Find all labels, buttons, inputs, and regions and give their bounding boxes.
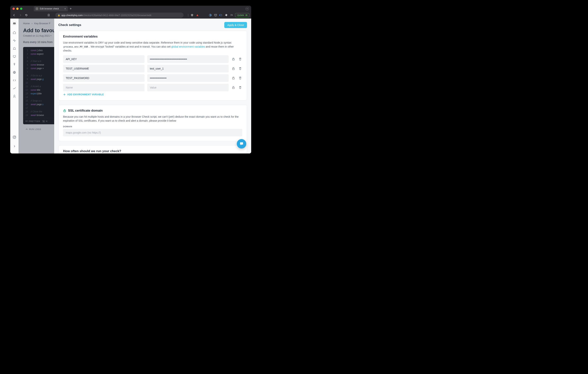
svg-rect-1: [220, 14, 222, 16]
ssl-card: SSL certificate domain Because you can h…: [58, 105, 247, 141]
tab-close-icon[interactable]: ×: [64, 7, 66, 10]
logo-icon[interactable]: 🦝: [12, 21, 17, 26]
browser-tab[interactable]: Edit browser check ×: [34, 6, 68, 11]
browser-toolbar: 🔒 app.checklyhq.com /checks/428a44af-041…: [10, 12, 251, 19]
env-row-new: [63, 84, 242, 91]
trash-icon[interactable]: [238, 66, 242, 71]
env-value-input[interactable]: [147, 55, 229, 63]
app-content: 🦝 Home › Key Browser F Add to favourit C…: [10, 19, 251, 153]
sidebar-code-icon[interactable]: [11, 77, 18, 84]
sidebar: 🦝: [10, 19, 19, 153]
url-bar[interactable]: 🔒 app.checklyhq.com /checks/428a44af-041…: [55, 12, 184, 18]
trash-icon[interactable]: [238, 76, 242, 80]
global-env-link[interactable]: global environment variables: [171, 45, 205, 48]
extension-1-icon[interactable]: [209, 13, 212, 17]
lock-icon[interactable]: [231, 57, 235, 61]
svg-rect-17: [232, 68, 234, 70]
sidebar-reports-icon[interactable]: [11, 85, 18, 92]
window-close[interactable]: [12, 8, 15, 10]
reading-list-icon[interactable]: [230, 13, 233, 17]
env-vars-description: Use environment variables to DRY up your…: [63, 41, 242, 53]
frequency-heading: How often should we run your check?: [63, 149, 242, 153]
window-zoom[interactable]: [20, 8, 22, 10]
add-env-var-button[interactable]: ADD ENVIRONMENT VARIABLE: [63, 93, 242, 96]
brave-rewards-icon[interactable]: [196, 13, 199, 17]
env-name-input[interactable]: [63, 65, 145, 72]
tab-strip: Edit browser check × +: [34, 6, 72, 11]
panel-body: Environment variables Use environment va…: [54, 30, 251, 153]
trash-icon[interactable]: [238, 85, 242, 90]
panel-header: Check settings Apply & Close: [54, 19, 251, 30]
env-value-input[interactable]: [147, 65, 229, 72]
env-value-input[interactable]: [147, 74, 229, 82]
svg-point-4: [14, 63, 15, 64]
svg-rect-16: [232, 59, 234, 60]
update-button[interactable]: Update: [235, 13, 249, 17]
ssl-heading: SSL certificate domain: [63, 109, 242, 113]
frequency-card: How often should we run your check?: [58, 145, 247, 153]
lock-icon: 🔒: [58, 14, 60, 16]
sidebar-alerts-icon[interactable]: [11, 45, 18, 52]
new-tab-button[interactable]: +: [70, 7, 72, 11]
sidebar-target-icon[interactable]: [11, 134, 18, 140]
sidebar-globe-icon[interactable]: [11, 69, 18, 76]
pocket-icon[interactable]: [214, 13, 217, 17]
domain-label: DOMAIN: [63, 125, 242, 128]
ssl-description: Because you can hit multiple hosts and d…: [63, 115, 242, 123]
favicon-icon: [36, 7, 38, 10]
bookmark-icon[interactable]: [47, 14, 50, 16]
panel-title: Check settings: [58, 23, 81, 27]
tab-title: Edit browser check: [40, 7, 59, 10]
svg-rect-19: [232, 87, 234, 89]
lock-icon[interactable]: [231, 66, 235, 71]
trash-icon[interactable]: [238, 57, 242, 61]
env-row: [63, 55, 242, 63]
window-minimize[interactable]: [16, 8, 19, 10]
svg-rect-18: [232, 78, 234, 79]
env-table: [63, 55, 242, 82]
tab-overflow-icon[interactable]: [245, 7, 249, 11]
domain-input[interactable]: [63, 129, 242, 136]
url-path: /checks/428a44af-0412-4bfd-84e7-10202315…: [82, 14, 151, 17]
sidebar-dashboards-icon[interactable]: [11, 53, 18, 60]
settings-panel: Check settings Apply & Close Environment…: [54, 19, 251, 153]
url-domain: app.checklyhq.com: [61, 14, 82, 17]
sidebar-rocket-icon[interactable]: [11, 93, 18, 100]
env-vars-card: Environment variables Use environment va…: [58, 31, 247, 101]
sidebar-expand-icon[interactable]: [11, 143, 18, 150]
extension-3-icon[interactable]: [219, 13, 223, 17]
sidebar-maintenance-icon[interactable]: [11, 61, 18, 68]
title-bar: Edit browser check × +: [10, 6, 251, 12]
env-vars-heading: Environment variables: [63, 35, 242, 38]
browser-window: Edit browser check × + 🔒 app.checklyhq.c…: [10, 6, 251, 153]
intercom-button[interactable]: [237, 139, 246, 149]
nav-reload-button[interactable]: [24, 13, 28, 17]
lock-icon[interactable]: [231, 85, 235, 90]
env-value-input[interactable]: [147, 84, 229, 91]
toolbar-right: | Update: [188, 13, 249, 17]
brave-shield-icon[interactable]: [190, 13, 194, 17]
svg-rect-20: [64, 110, 65, 112]
traffic-lights: [12, 8, 22, 10]
lock-icon[interactable]: [231, 76, 235, 80]
env-row: [63, 65, 242, 72]
nav-back-button[interactable]: [12, 13, 16, 17]
lock-open-icon: [63, 109, 66, 112]
apply-close-button[interactable]: Apply & Close: [224, 22, 247, 28]
env-row: [63, 74, 242, 82]
update-label: Update: [237, 14, 244, 16]
env-code-example: process.env.MY_VAR: [63, 45, 88, 48]
svg-rect-2: [219, 15, 220, 15]
svg-rect-3: [13, 55, 16, 57]
sidebar-activity-icon[interactable]: [11, 37, 18, 44]
extensions-icon[interactable]: [224, 13, 228, 17]
nav-forward-button[interactable]: [18, 13, 22, 17]
sidebar-home-icon[interactable]: [11, 29, 18, 36]
env-name-input[interactable]: [63, 84, 145, 91]
env-name-input[interactable]: [63, 55, 145, 63]
env-name-input[interactable]: [63, 74, 145, 82]
